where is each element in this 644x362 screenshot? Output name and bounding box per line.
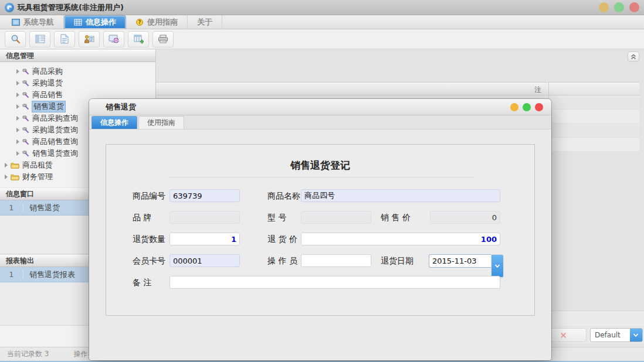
tree-item-label: 商品租赁 [22, 160, 53, 170]
tree-item-goods-purchase[interactable]: 商品采购 [0, 66, 155, 77]
table-add-icon [134, 35, 144, 44]
return-price-field[interactable] [301, 233, 500, 245]
tree-item-label: 商品销售 [32, 90, 63, 100]
table-column-header: 注 [534, 85, 541, 95]
product-code-label: 商品编号 [133, 191, 165, 202]
form-view-button[interactable] [29, 31, 50, 47]
dialog-minimize-icon[interactable] [510, 103, 518, 111]
dialog-tab-bar: 信息操作 使用指南 [89, 115, 551, 129]
user-report-icon [84, 35, 94, 44]
form-icon [35, 35, 45, 43]
member-card-label: 会员卡号 [133, 256, 165, 267]
dialog-tab-user-guide[interactable]: 使用指南 [138, 116, 184, 129]
return-qty-field[interactable] [170, 233, 240, 245]
user-report-button[interactable] [79, 31, 100, 47]
tool-icon [22, 91, 29, 98]
expand-arrow-icon[interactable] [16, 81, 19, 86]
titlebar: 玩具租赁管理系统(非注册用户) [0, 0, 644, 15]
tool-icon [22, 80, 29, 87]
tab-info-operation[interactable]: 信息操作 [64, 15, 126, 29]
row-label: 销售退货报表 [23, 269, 75, 280]
row-label: 销售退货 [23, 203, 60, 213]
brand-field[interactable] [170, 211, 240, 224]
dialog-close-icon[interactable] [535, 103, 543, 111]
tree-item-label: 采购退货查询 [32, 125, 78, 135]
column-divider [548, 83, 549, 95]
document-icon [60, 34, 69, 44]
brand-label: 品 牌 [133, 213, 151, 223]
tab-label: 信息操作 [86, 17, 116, 28]
help-icon: ? [135, 19, 144, 26]
window-close-icon[interactable] [629, 2, 639, 12]
monitor-globe-button[interactable] [103, 31, 124, 47]
main-tab-bar: 系统导航 信息操作 ? 使用指南 关于 [0, 15, 644, 29]
chevron-down-icon[interactable] [630, 329, 642, 341]
return-price-label: 退 货 价 [267, 234, 297, 245]
tab-system-nav[interactable]: 系统导航 [2, 15, 64, 29]
tab-label: 关于 [197, 17, 212, 28]
document-button[interactable] [54, 31, 75, 47]
expand-arrow-icon[interactable] [16, 93, 19, 97]
expand-arrow-icon[interactable] [16, 104, 19, 109]
product-code-field[interactable] [170, 189, 240, 202]
tree-item-label-selected: 销售退货 [32, 101, 65, 112]
printer-icon [158, 35, 168, 43]
tree-item-label: 销售退货查询 [32, 148, 78, 159]
tree-item-label: 财务管理 [22, 172, 53, 182]
dialog-body: 销售退货登记 商品编号 商品名称 品 牌 型 号 销 售 价 [89, 129, 551, 360]
expand-arrow-icon[interactable] [16, 116, 19, 121]
model-label: 型 号 [267, 213, 286, 223]
grid-icon [74, 19, 82, 26]
dialog-title: 销售退货 [97, 102, 136, 112]
tree-item-label: 采购退货 [32, 78, 63, 88]
table-header-row: 注 [156, 82, 639, 95]
table-add-button[interactable] [128, 31, 149, 47]
tool-icon [22, 68, 29, 75]
sale-price-field[interactable] [430, 211, 500, 224]
tab-about[interactable]: 关于 [188, 15, 222, 29]
search-button[interactable] [5, 31, 26, 47]
search-icon [11, 34, 21, 44]
expand-arrow-icon[interactable] [5, 175, 8, 179]
print-button[interactable] [152, 31, 174, 47]
window-maximize-icon[interactable] [614, 2, 624, 12]
expand-arrow-icon[interactable] [16, 128, 19, 132]
sidebar-header-info-management[interactable]: 信息管理 [0, 49, 155, 62]
window-minimize-icon[interactable] [599, 2, 609, 12]
dialog-titlebar[interactable]: 销售退货 [89, 99, 551, 115]
sale-return-form: 销售退货登记 商品编号 商品名称 品 牌 型 号 销 售 价 [106, 144, 535, 316]
model-field[interactable] [301, 211, 371, 224]
workspace: 信息管理 商品采购 采购退货 商品销售 销售退货 [0, 49, 644, 347]
row-index: 1 [0, 270, 23, 279]
tab-label: 使用指南 [147, 17, 178, 28]
collapse-panel-button[interactable] [628, 52, 639, 62]
expand-arrow-icon[interactable] [16, 151, 19, 156]
dialog-tab-info-operation[interactable]: 信息操作 [91, 116, 137, 129]
tree-item-label: 商品销售查询 [32, 136, 78, 147]
remark-field[interactable] [170, 276, 500, 289]
form-title: 销售退货登记 [106, 159, 534, 172]
return-date-combo [429, 254, 504, 268]
tab-user-guide[interactable]: ? 使用指南 [126, 15, 188, 29]
remark-label: 备 注 [133, 278, 151, 288]
expand-arrow-icon[interactable] [16, 139, 19, 144]
style-dropdown[interactable]: Default [590, 328, 643, 342]
app-title: 玩具租赁管理系统(非注册用户) [18, 2, 124, 13]
status-record-count: 当前记录数 3 [7, 349, 49, 359]
svg-text:?: ? [138, 19, 141, 25]
member-card-field[interactable] [170, 254, 240, 267]
return-date-field[interactable] [429, 254, 491, 268]
product-name-field[interactable] [301, 189, 500, 202]
tool-icon [22, 138, 29, 145]
dialog-maximize-icon[interactable] [523, 103, 531, 111]
tree-item-purchase-return[interactable]: 采购退货 [0, 77, 155, 89]
tree-item-label: 商品采购查询 [32, 113, 78, 124]
double-chevron-up-icon [631, 54, 636, 60]
row-index: 1 [0, 203, 23, 212]
tool-icon [22, 127, 29, 134]
expand-arrow-icon[interactable] [16, 69, 19, 74]
date-dropdown-button[interactable] [491, 254, 504, 278]
expand-arrow-icon[interactable] [5, 163, 8, 168]
tool-icon [22, 103, 29, 110]
operator-field[interactable] [301, 254, 371, 267]
